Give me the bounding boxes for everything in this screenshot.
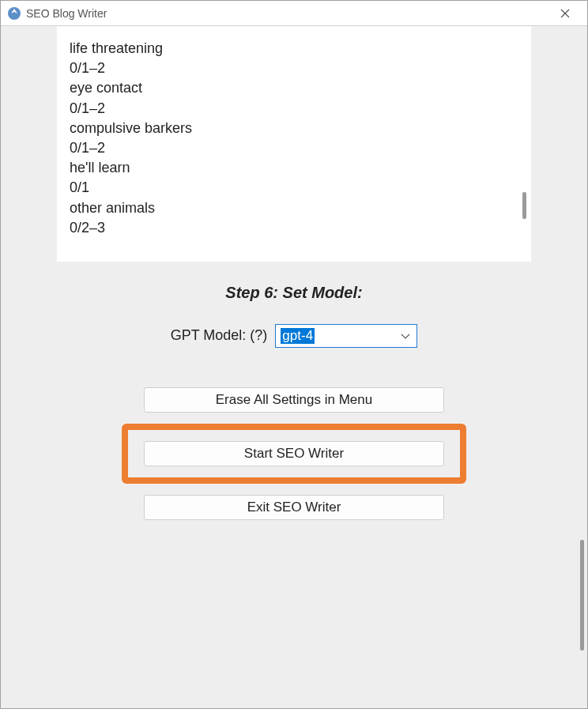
start-seo-writer-label: Start SEO Writer <box>244 446 344 462</box>
keyword-line: compulsive barkers <box>70 119 518 138</box>
keyword-line: life threatening <box>70 39 518 58</box>
keyword-line: other animals <box>70 198 518 218</box>
keyword-line: 0/1–2 <box>70 138 518 158</box>
keyword-line: 0/2–3 <box>70 218 518 238</box>
model-dropdown-value: gpt-4 <box>281 328 315 344</box>
app-window: SEO Blog Writer life threatening0/1–2eye… <box>0 0 588 709</box>
window-title: SEO Blog Writer <box>26 7 549 20</box>
model-row: GPT Model: (?) gpt-4 <box>171 324 418 348</box>
keyword-line: 0/1–2 <box>70 58 518 78</box>
model-label: GPT Model: (?) <box>171 327 268 344</box>
keyword-text-content: life threatening0/1–2eye contact0/1–2com… <box>70 39 518 238</box>
app-icon <box>7 6 21 21</box>
step-heading: Step 6: Set Model: <box>225 284 362 302</box>
chevron-down-icon <box>401 329 410 343</box>
content-scrollbar-thumb[interactable] <box>580 540 584 651</box>
keyword-line: 0/1–2 <box>70 99 518 119</box>
start-seo-writer-button[interactable]: Start SEO Writer <box>144 441 444 466</box>
keyword-line: 0/1 <box>70 178 518 198</box>
erase-settings-label: Erase All Settings in Menu <box>216 392 372 408</box>
erase-settings-button[interactable]: Erase All Settings in Menu <box>144 387 444 413</box>
exit-seo-writer-label: Exit SEO Writer <box>247 500 341 515</box>
titlebar: SEO Blog Writer <box>1 1 587 26</box>
keyword-line: eye contact <box>70 78 518 98</box>
keyword-line: he'll learn <box>70 158 518 178</box>
button-stack: Erase All Settings in Menu Start SEO Wri… <box>122 387 466 520</box>
model-dropdown[interactable]: gpt-4 <box>275 324 417 348</box>
close-icon <box>560 9 570 18</box>
exit-seo-writer-button[interactable]: Exit SEO Writer <box>144 495 444 520</box>
start-highlight-box: Start SEO Writer <box>122 424 466 484</box>
close-button[interactable] <box>549 1 581 26</box>
panel-scrollbar-thumb[interactable] <box>522 192 526 219</box>
content-area: life threatening0/1–2eye contact0/1–2com… <box>1 26 587 708</box>
keyword-text-panel[interactable]: life threatening0/1–2eye contact0/1–2com… <box>57 26 531 262</box>
